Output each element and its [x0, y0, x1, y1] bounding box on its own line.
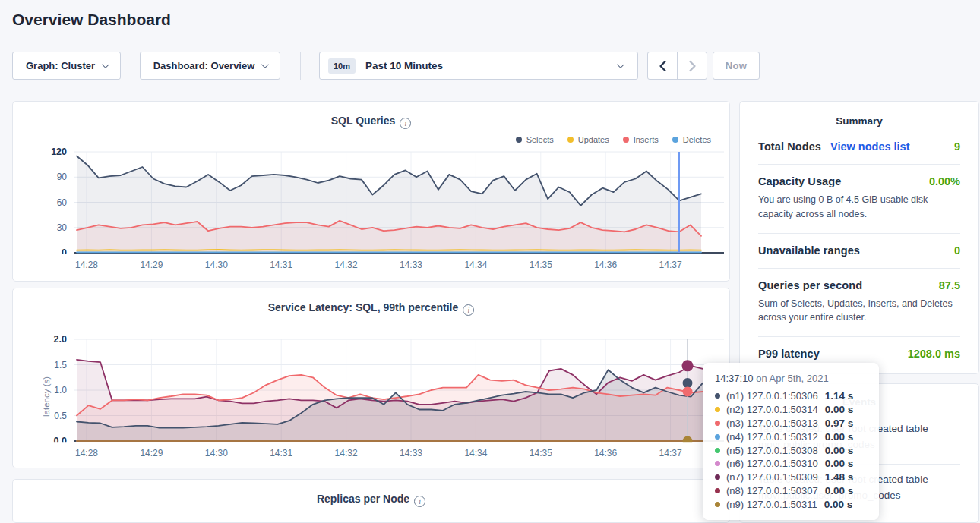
p99-latency-value: 1208.0 ms	[908, 348, 960, 360]
summary-panel: Summary Total Nodes View nodes list 9 Ca…	[739, 101, 979, 374]
now-button-label: Now	[726, 60, 747, 71]
graph-dropdown-label: Graph: Cluster	[26, 60, 95, 71]
svg-text:14:30: 14:30	[205, 260, 228, 270]
svg-text:60: 60	[57, 197, 68, 208]
sql-queries-chart[interactable]: 14:2814:2914:3014:3114:3214:3314:3414:35…	[25, 145, 724, 274]
node-color-dot	[715, 461, 720, 466]
unavailable-ranges-label: Unavailable ranges	[758, 244, 860, 257]
dashboard-dropdown-label: Dashboard: Overview	[153, 60, 255, 71]
info-icon[interactable]: i	[463, 304, 474, 316]
capacity-usage-label: Capacity Usage	[758, 175, 841, 187]
tooltip-row-n4: (n4) 127.0.0.1:503120.00 s	[715, 430, 867, 443]
svg-text:1.5: 1.5	[54, 360, 67, 370]
tooltip-row-n3: (n3) 127.0.0.1:503130.97 s	[715, 417, 867, 430]
queries-per-second-section: Queries per second 87.5 Sum of Selects, …	[758, 268, 960, 337]
svg-text:14:31: 14:31	[270, 448, 292, 458]
svg-text:14:36: 14:36	[594, 260, 617, 270]
prev-time-button[interactable]	[648, 52, 677, 79]
capacity-usage-description: You are using 0 B of 4.5 GiB usable disk…	[758, 193, 960, 222]
svg-text:14:28: 14:28	[75, 260, 98, 270]
svg-text:14:28: 14:28	[75, 448, 98, 458]
svg-text:14:32: 14:32	[335, 448, 358, 458]
svg-text:14:33: 14:33	[400, 448, 422, 458]
legend-item-selects[interactable]: Selects	[516, 135, 554, 144]
svg-text:14:31: 14:31	[270, 260, 292, 270]
svg-text:120: 120	[51, 147, 67, 157]
unavailable-ranges-section: Unavailable ranges 0	[758, 233, 960, 268]
time-range-dropdown[interactable]: 10m Past 10 Minutes	[319, 52, 638, 80]
service-latency-panel: Service Latency: SQL, 99th percentilei l…	[12, 288, 730, 468]
capacity-usage-section: Capacity Usage 0.00% You are using 0 B o…	[758, 164, 960, 233]
node-color-dot	[715, 407, 720, 412]
legend-dot	[516, 137, 522, 143]
capacity-usage-value: 0.00%	[929, 175, 960, 187]
svg-text:30: 30	[57, 222, 68, 233]
svg-text:14:34: 14:34	[464, 260, 487, 270]
svg-text:0.5: 0.5	[54, 411, 67, 421]
sql-queries-legend: Selects Updates Inserts Deletes	[516, 135, 711, 144]
time-range-badge: 10m	[328, 58, 356, 74]
chart-hover-tooltip: 14:37:10 on Apr 5th, 2021 (n1) 127.0.0.1…	[703, 363, 879, 520]
controls-divider	[300, 52, 301, 80]
legend-dot	[567, 137, 574, 143]
node-color-dot	[715, 393, 720, 399]
svg-text:14:36: 14:36	[594, 448, 617, 458]
p99-latency-label: P99 latency	[758, 348, 820, 360]
svg-text:14:29: 14:29	[140, 260, 163, 270]
queries-per-second-value: 87.5	[939, 279, 960, 291]
tooltip-row-n6: (n6) 127.0.0.1:503100.00 s	[715, 457, 867, 471]
replicas-per-node-panel: Replicas per Nodei	[12, 479, 730, 523]
chevron-left-icon	[659, 60, 667, 72]
svg-text:14:35: 14:35	[530, 260, 552, 270]
tooltip-row-n5: (n5) 127.0.0.1:503080.00 s	[715, 443, 867, 457]
node-color-dot	[715, 488, 720, 493]
tooltip-row-n9: (n9) 127.0.0.1:503110.00 s	[715, 497, 867, 511]
page-title: Overview Dashboard	[12, 11, 171, 29]
legend-dot	[623, 137, 629, 143]
graph-dropdown[interactable]: Graph: Cluster	[12, 52, 121, 80]
queries-per-second-label: Queries per second	[758, 279, 862, 291]
svg-text:14:32: 14:32	[335, 260, 358, 270]
replicas-per-node-title: Replicas per Nodei	[13, 493, 729, 507]
service-latency-title: Service Latency: SQL, 99th percentilei	[13, 301, 729, 316]
summary-heading: Summary	[740, 115, 978, 127]
tooltip-row-n7: (n7) 127.0.0.1:503091.48 s	[715, 471, 867, 484]
svg-text:14:29: 14:29	[140, 448, 163, 458]
dashboard-dropdown[interactable]: Dashboard: Overview	[140, 52, 280, 80]
legend-item-updates[interactable]: Updates	[567, 135, 609, 144]
svg-text:14:35: 14:35	[530, 448, 552, 458]
chevron-down-icon	[102, 61, 109, 68]
view-nodes-list-link[interactable]: View nodes list	[830, 140, 910, 153]
svg-text:2.0: 2.0	[54, 334, 67, 345]
tooltip-row-n1: (n1) 127.0.0.1:503061.14 s	[715, 389, 867, 403]
tooltip-row-n8: (n8) 127.0.0.1:503070.00 s	[715, 484, 867, 498]
node-color-dot	[715, 474, 720, 480]
node-color-dot	[715, 502, 720, 507]
time-range-label: Past 10 Minutes	[365, 60, 443, 71]
svg-text:14:34: 14:34	[464, 448, 487, 458]
now-button[interactable]: Now	[713, 52, 760, 80]
svg-text:14:37: 14:37	[659, 260, 682, 270]
svg-text:1.0: 1.0	[54, 385, 67, 395]
tooltip-row-n2: (n2) 127.0.0.1:503140.00 s	[715, 403, 867, 417]
svg-text:14:30: 14:30	[205, 448, 228, 458]
legend-dot	[672, 137, 678, 143]
total-nodes-value: 9	[954, 140, 960, 153]
queries-per-second-description: Sum of Selects, Updates, Inserts, and De…	[758, 297, 960, 326]
next-time-button[interactable]	[677, 52, 707, 79]
chevron-down-icon	[261, 61, 269, 68]
unavailable-ranges-value: 0	[954, 244, 960, 257]
service-latency-chart[interactable]: 14:2814:2914:3014:3114:3214:3314:3414:35…	[25, 332, 724, 462]
chevron-down-icon	[617, 61, 624, 68]
sql-queries-title: SQL Queriesi	[13, 115, 729, 129]
node-color-dot	[715, 421, 720, 426]
node-color-dot	[715, 448, 720, 453]
total-nodes-label: Total Nodes	[758, 140, 821, 153]
info-icon[interactable]: i	[414, 496, 425, 507]
legend-item-deletes[interactable]: Deletes	[672, 135, 711, 144]
legend-item-inserts[interactable]: Inserts	[623, 135, 659, 144]
svg-text:90: 90	[57, 172, 68, 182]
info-icon[interactable]: i	[400, 118, 411, 129]
svg-text:14:37: 14:37	[659, 448, 682, 458]
chevron-right-icon	[688, 60, 697, 72]
